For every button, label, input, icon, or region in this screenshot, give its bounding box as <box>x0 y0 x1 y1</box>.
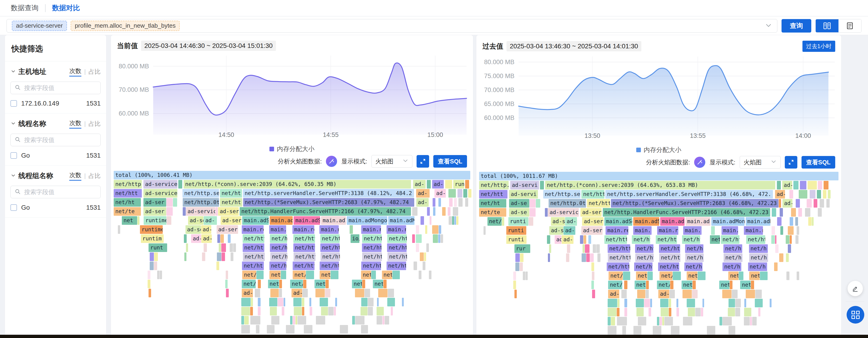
flame-frame[interactable]: net/ <box>290 280 303 288</box>
flame-frame[interactable] <box>596 244 600 253</box>
flame-frame[interactable] <box>393 271 400 279</box>
flame-frame[interactable] <box>744 299 746 307</box>
flame-frame[interactable] <box>256 271 264 279</box>
flame-frame[interactable]: net/h <box>270 243 287 252</box>
flame-frame[interactable] <box>424 252 426 261</box>
flame-frame[interactable] <box>671 326 680 335</box>
flame-frame[interactable]: net/h <box>685 253 704 262</box>
flame-frame[interactable]: net/http.(*conn).serve:2039 (64.63%, 653… <box>545 181 775 189</box>
flame-frame[interactable] <box>484 226 486 235</box>
sort-by-count[interactable]: 次数 <box>69 171 81 181</box>
flame-frame[interactable] <box>520 253 524 262</box>
flame-frame[interactable] <box>454 216 456 225</box>
flame-frame[interactable]: ad-service <box>144 180 177 188</box>
display-mode-select[interactable]: 火焰图 <box>740 156 781 168</box>
flame-frame[interactable]: main.r <box>683 226 702 235</box>
flame-frame[interactable] <box>657 317 659 326</box>
flame-frame[interactable] <box>692 281 696 289</box>
flame-frame[interactable]: main.adI <box>321 216 346 225</box>
flame-frame[interactable] <box>355 316 365 325</box>
flame-frame[interactable] <box>788 244 791 253</box>
flame-frame[interactable]: main.re <box>292 225 314 234</box>
flame-frame[interactable] <box>751 281 754 289</box>
flame-frame[interactable] <box>230 252 234 261</box>
flame-frame[interactable] <box>586 253 590 262</box>
flame-frame[interactable] <box>173 198 177 207</box>
filter-item[interactable]: Go1531 <box>10 152 101 159</box>
flame-frame[interactable] <box>453 207 458 216</box>
flame-frame[interactable]: ad-se <box>509 208 529 217</box>
view-sql-button[interactable]: 查看SQL <box>433 155 467 167</box>
flame-frame[interactable] <box>178 180 182 188</box>
flame-frame[interactable]: ad- <box>658 290 669 298</box>
flame-frame[interactable] <box>722 317 732 326</box>
flame-frame[interactable] <box>540 181 544 189</box>
flame-frame[interactable]: net/ <box>719 281 729 289</box>
flame-frame[interactable] <box>750 317 752 326</box>
flame-frame[interactable] <box>412 234 415 243</box>
flame-frame[interactable] <box>513 272 516 280</box>
flame-frame[interactable]: ad- <box>432 180 444 188</box>
flame-frame[interactable]: net/htt <box>293 262 314 270</box>
flame-frame[interactable] <box>271 316 279 325</box>
sort-by-ratio[interactable]: 占比 <box>89 68 101 76</box>
flame-frame[interactable] <box>421 216 424 225</box>
flame-frame[interactable] <box>692 290 698 298</box>
flame-frame[interactable]: net/ht <box>387 234 407 243</box>
flame-frame[interactable]: ad- <box>201 225 211 234</box>
flame-frame[interactable] <box>321 307 328 315</box>
flame-frame[interactable]: ad- <box>555 235 561 244</box>
flame-frame[interactable]: io/ <box>350 234 360 243</box>
flame-frame[interactable]: net/ht <box>361 262 381 270</box>
flame-frame[interactable]: ad-ser <box>144 198 166 207</box>
flame-frame[interactable]: net/h <box>710 235 720 244</box>
flame-frame[interactable] <box>225 280 228 288</box>
flame-frame[interactable] <box>624 281 627 289</box>
flame-frame[interactable] <box>425 225 427 234</box>
flame-frame[interactable] <box>361 298 368 306</box>
flame-frame[interactable] <box>226 271 228 279</box>
flame-frame[interactable]: net/h <box>748 263 767 271</box>
flame-frame[interactable]: main.adSe <box>604 217 632 226</box>
flame-frame[interactable] <box>611 317 615 326</box>
flame-frame[interactable]: net/ <box>740 281 751 289</box>
display-mode-select[interactable]: 火焰图 <box>371 155 412 167</box>
flame-frame[interactable]: net/ht <box>243 252 265 261</box>
flame-frame[interactable] <box>294 307 302 315</box>
flame-frame[interactable]: net/ <box>488 217 502 226</box>
flame-frame[interactable] <box>256 325 259 334</box>
flame-frame[interactable] <box>735 299 741 307</box>
flame-frame[interactable] <box>361 325 368 334</box>
sort-by-ratio[interactable]: 占比 <box>89 120 101 128</box>
flame-frame[interactable] <box>270 307 277 315</box>
flame-frame[interactable] <box>328 307 334 315</box>
flame-frame[interactable] <box>548 253 550 262</box>
flame-frame[interactable] <box>233 243 236 252</box>
flame-frame[interactable] <box>228 234 230 243</box>
flame-frame[interactable] <box>580 235 583 244</box>
flame-frame[interactable]: main.adM <box>746 217 771 226</box>
flame-frame[interactable] <box>293 298 302 306</box>
flame-frame[interactable] <box>608 308 616 316</box>
flame-frame[interactable] <box>707 326 715 335</box>
flame-frame[interactable] <box>226 289 229 297</box>
flame-frame[interactable] <box>788 226 794 235</box>
flame-frame[interactable] <box>670 281 674 289</box>
flame-frame[interactable] <box>241 307 250 315</box>
flame-frame[interactable]: net/ht <box>220 189 242 197</box>
flame-frame[interactable]: net/ <box>361 271 371 279</box>
flame-frame[interactable] <box>448 207 451 216</box>
flame-frame[interactable]: net/h <box>724 253 742 262</box>
view-sql-button[interactable]: 查看SQL <box>802 156 835 168</box>
flame-frame[interactable] <box>770 299 772 307</box>
flame-frame[interactable] <box>377 298 379 306</box>
flame-frame[interactable]: net/h <box>723 244 742 253</box>
flame-frame[interactable]: net <box>636 272 647 280</box>
flame-frame[interactable] <box>290 316 293 325</box>
flame-frame[interactable] <box>418 271 422 279</box>
flame-frame[interactable]: net/ <box>320 271 330 279</box>
flame-frame[interactable] <box>617 308 620 316</box>
query-input[interactable]: ad-service-serverprofile_mem.alloc_in_ne… <box>6 19 777 33</box>
flame-frame[interactable]: ad- <box>416 189 430 197</box>
flame-frame[interactable] <box>306 271 314 279</box>
